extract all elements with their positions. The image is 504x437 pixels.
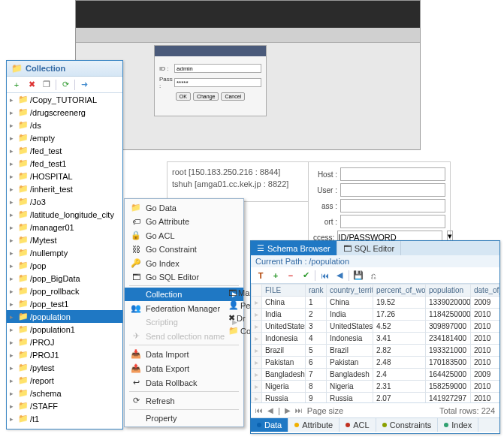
cell[interactable]: 2010 <box>471 357 500 369</box>
expand-icon[interactable]: ▸ <box>10 415 18 423</box>
tree-item[interactable]: ▸📁/population <box>7 310 122 323</box>
menu-item[interactable]: 🔑Go Index <box>125 256 243 270</box>
pager-last[interactable]: ⏭ <box>295 406 303 414</box>
cell[interactable]: 2010 <box>471 393 500 403</box>
tab-index[interactable]: Index <box>438 418 478 432</box>
expand-icon[interactable]: ▸ <box>10 288 18 295</box>
cell[interactable]: Nigeria <box>262 381 306 393</box>
table-row[interactable]: ▸India2India17.2611842500002010 <box>252 309 500 321</box>
expand-icon[interactable]: ▸ <box>10 326 18 333</box>
cell[interactable]: Brazil <box>262 345 306 357</box>
tree-item[interactable]: ▸📁/ds <box>7 119 122 131</box>
table-row[interactable]: ▸UnitedStates3UnitedStates4.523098970002… <box>252 321 500 333</box>
table-row[interactable]: ▸Indonesia4Indonesia3.412341814002010 <box>252 333 500 345</box>
cell[interactable]: 2009 <box>471 297 500 309</box>
tree-item[interactable]: ▸📁/pytest <box>7 361 122 374</box>
t-button[interactable]: T <box>255 270 267 282</box>
table-row[interactable]: ▸Nigeria8Nigeria2.311582590002010 <box>252 381 500 393</box>
tree-item[interactable]: ▸📁/PROJ1 <box>7 348 122 361</box>
cell[interactable]: 3.41 <box>373 333 426 345</box>
cell[interactable]: 164425000 <box>426 369 471 381</box>
cell[interactable]: Pakistan <box>327 357 373 369</box>
delete-button[interactable]: ✖ <box>26 79 38 91</box>
tab-data[interactable]: Data <box>251 418 288 432</box>
cell[interactable]: 1 <box>306 297 327 309</box>
cell[interactable]: 1339020000 <box>426 297 471 309</box>
dialog-id-input[interactable] <box>174 64 261 73</box>
cell[interactable]: 2.48 <box>373 357 426 369</box>
expand-icon[interactable]: ▸ <box>10 122 18 129</box>
cell[interactable]: 7 <box>306 369 327 381</box>
cell[interactable]: Brazil <box>327 345 373 357</box>
expand-icon[interactable]: ▸ <box>10 224 18 231</box>
tree-item[interactable]: ▸📁/t1 <box>7 412 122 425</box>
pager-prev[interactable]: ◀ <box>267 406 273 414</box>
tree-item[interactable]: ▸📁/population1 <box>7 323 122 336</box>
tab-attribute[interactable]: Attribute <box>288 418 340 432</box>
table-row[interactable]: ▸Pakistan6Pakistan2.481701835002010 <box>252 357 500 369</box>
cell[interactable]: UnitedStates <box>327 321 373 333</box>
cell[interactable]: 2010 <box>471 321 500 333</box>
col-header[interactable] <box>252 285 262 297</box>
menu-item[interactable]: 📁Go Data <box>125 200 243 215</box>
cell[interactable]: 193321000 <box>426 345 471 357</box>
add-row-button[interactable]: + <box>270 270 282 282</box>
dialog-cancel-button[interactable]: Cancel <box>221 92 245 101</box>
col-header[interactable]: country_territory <box>327 285 373 297</box>
add-button[interactable]: + <box>11 79 23 91</box>
dialog-pass-input[interactable] <box>174 78 261 87</box>
cell[interactable]: 2.31 <box>373 381 426 393</box>
cell[interactable]: 6 <box>306 357 327 369</box>
tab-acl[interactable]: ACL <box>340 418 376 432</box>
expand-icon[interactable]: ▸ <box>10 313 18 321</box>
tree-item[interactable]: ▸📁/pop <box>7 259 122 272</box>
expand-icon[interactable]: ▸ <box>10 402 18 410</box>
copy-button[interactable]: ❐ <box>41 79 53 91</box>
expand-icon[interactable]: ▸ <box>10 237 18 244</box>
expand-icon[interactable]: ▸ <box>10 185 18 193</box>
tree-item[interactable]: ▸📁/empty <box>7 131 122 144</box>
expand-icon[interactable]: ▸ <box>10 211 18 218</box>
col-header[interactable]: percent_of_world <box>373 285 426 297</box>
cell[interactable]: UnitedStates <box>262 321 306 333</box>
cell[interactable]: 2.07 <box>373 393 426 403</box>
expand-icon[interactable]: ▸ <box>10 160 18 167</box>
tree-item[interactable]: ▸📁/drugscreenerg <box>7 106 122 119</box>
tree-item[interactable]: ▸📁/manager01 <box>7 221 122 234</box>
tree-item[interactable]: ▸📁/pop_test1 <box>7 297 122 310</box>
cell[interactable]: 234181400 <box>426 333 471 345</box>
cell[interactable]: Indonesia <box>327 333 373 345</box>
dialog-ok-button[interactable]: OK <box>176 92 191 101</box>
cell[interactable]: 309897000 <box>426 321 471 333</box>
tab-schema-browser[interactable]: ☰Schema Browser <box>251 241 337 255</box>
menu-item[interactable]: ↩Data Rollback <box>125 375 243 390</box>
tree-item[interactable]: ▸📁/latitude_longitude_city <box>7 208 122 221</box>
cell[interactable]: Bangladesh <box>327 369 373 381</box>
tree-item[interactable]: ▸📁/fed_test <box>7 144 122 157</box>
menu-item[interactable]: ⟳Refresh <box>125 393 243 408</box>
pass-input[interactable] <box>340 199 445 212</box>
user-input[interactable] <box>340 183 445 197</box>
cell[interactable]: Russia <box>327 393 373 403</box>
tree-item[interactable]: ▸📁/Jo3 <box>7 195 122 208</box>
col-header[interactable]: date_of_estimate <box>471 285 500 297</box>
cell[interactable]: 2009 <box>471 369 500 381</box>
expand-icon[interactable]: ▸ <box>10 390 18 397</box>
pager-next[interactable]: ▶ <box>285 406 291 414</box>
menu-item[interactable]: 🔒Go ACL <box>125 228 243 243</box>
pager-first[interactable]: ⏮ <box>255 406 263 414</box>
commit-button[interactable]: ✔ <box>300 270 312 282</box>
col-header[interactable]: rank <box>306 285 327 297</box>
expand-icon[interactable]: ▸ <box>10 300 18 308</box>
cell[interactable]: 4 <box>306 333 327 345</box>
cell[interactable]: 5 <box>306 345 327 357</box>
cell[interactable]: 2 <box>306 309 327 321</box>
cell[interactable]: 8 <box>306 381 327 393</box>
menu-item[interactable]: 📥Data Import <box>125 347 243 361</box>
cell[interactable]: Nigeria <box>327 381 373 393</box>
collection-tree[interactable]: ▸📁/Copy_TUTORIAL▸📁/drugscreenerg▸📁/ds▸📁/… <box>7 93 122 426</box>
cell[interactable]: 3 <box>306 321 327 333</box>
dialog-change-button[interactable]: Change <box>193 92 219 101</box>
menu-item[interactable]: 🗔Go SQL Editor <box>125 270 243 284</box>
tree-item[interactable]: ▸📁/fed_test1 <box>7 157 122 170</box>
